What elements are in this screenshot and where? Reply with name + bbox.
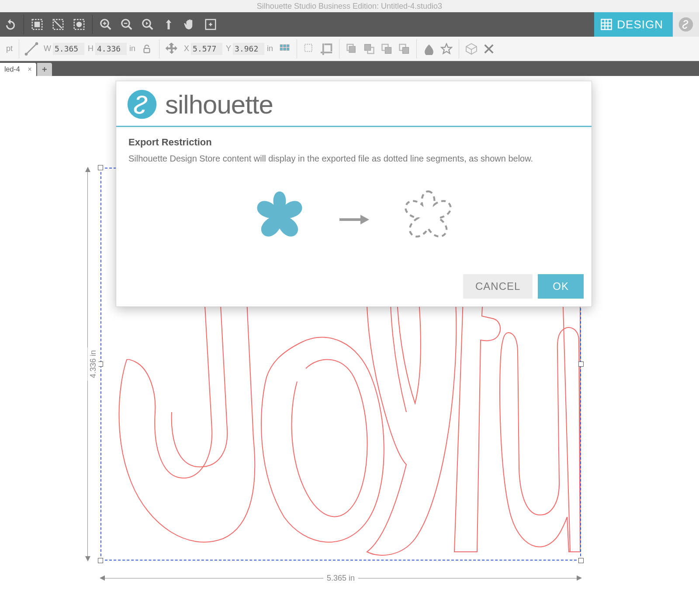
dialog-illustration: [116, 169, 592, 274]
svg-rect-34: [284, 48, 286, 50]
deselect-icon[interactable]: [48, 15, 68, 34]
zoom-out-icon[interactable]: [117, 15, 136, 34]
design-tab-button[interactable]: DESIGN: [594, 12, 673, 37]
dimension-horizontal-label: 5.365 in: [323, 573, 358, 584]
send-back-icon[interactable]: [395, 40, 413, 58]
svg-rect-35: [287, 48, 289, 50]
dialog-brand: silhouette: [116, 81, 592, 126]
dimension-horizontal: 5.365 in: [100, 569, 581, 587]
replicate-icon[interactable]: [301, 40, 318, 58]
dimension-vertical: 4.336 in: [76, 168, 98, 561]
flower-dashed-icon: [391, 182, 465, 257]
add-tab-button[interactable]: +: [37, 63, 52, 76]
crop-icon[interactable]: [318, 40, 336, 58]
arrow-right-icon: [339, 213, 369, 226]
export-restriction-dialog: silhouette Export Restriction Silhouette…: [116, 81, 592, 307]
close-tab-icon[interactable]: ×: [28, 65, 32, 73]
move-tool-icon[interactable]: [163, 40, 180, 58]
dialog-brand-text: silhouette: [165, 89, 273, 120]
ok-button[interactable]: OK: [538, 274, 584, 299]
send-backward-icon[interactable]: [378, 40, 395, 58]
design-tab-label: DESIGN: [617, 18, 663, 31]
dimension-vertical-label: 4.336 in: [88, 348, 99, 381]
3d-cube-icon[interactable]: [463, 40, 480, 58]
svg-rect-33: [280, 48, 282, 50]
cancel-button[interactable]: CANCEL: [463, 274, 533, 299]
svg-rect-29: [144, 48, 150, 52]
line-tool-icon[interactable]: [23, 40, 40, 58]
close-x-icon[interactable]: [480, 40, 498, 58]
svg-rect-1: [35, 22, 40, 28]
dialog-body-text: Silhouette Design Store content will dis…: [116, 152, 592, 169]
svg-rect-20: [602, 19, 612, 29]
svg-rect-32: [287, 45, 289, 47]
xy-unit: in: [267, 44, 273, 53]
width-input[interactable]: [53, 43, 84, 55]
svg-line-11: [128, 26, 132, 30]
height-label: H: [88, 44, 93, 53]
x-label: X: [184, 44, 189, 53]
svg-marker-15: [146, 22, 148, 25]
resize-handle-br[interactable]: [578, 558, 584, 563]
lock-aspect-icon[interactable]: [138, 40, 156, 58]
properties-toolbar: pt W H in X Y in: [0, 37, 699, 61]
star-tool-icon[interactable]: [438, 40, 455, 58]
resize-handle-bl[interactable]: [98, 558, 103, 563]
svg-rect-36: [305, 44, 312, 51]
resize-handle-ml[interactable]: [98, 361, 103, 367]
svg-rect-30: [280, 45, 282, 47]
svg-point-27: [25, 53, 27, 55]
flower-filled-icon: [242, 182, 317, 257]
zoom-selection-icon[interactable]: [138, 15, 157, 34]
wh-unit: in: [129, 44, 135, 53]
x-input[interactable]: [191, 43, 222, 55]
height-input[interactable]: [95, 43, 127, 55]
svg-line-3: [54, 21, 62, 28]
svg-marker-45: [441, 44, 451, 53]
resize-handle-tl[interactable]: [98, 165, 103, 170]
svg-line-26: [26, 44, 37, 54]
svg-line-7: [107, 26, 111, 30]
svg-rect-31: [284, 45, 286, 47]
refresh-icon[interactable]: [1, 15, 20, 34]
grid-icon: [600, 18, 612, 31]
align-panel-icon[interactable]: [276, 40, 293, 58]
palette-select-icon[interactable]: [69, 15, 89, 34]
dialog-title: Export Restriction: [116, 127, 592, 152]
y-label: Y: [226, 44, 231, 53]
zoom-in-icon[interactable]: [96, 15, 115, 34]
store-tab-icon[interactable]: [673, 12, 699, 37]
svg-rect-44: [403, 47, 409, 53]
zoom-drag-icon[interactable]: [159, 15, 178, 34]
line-weight-unit: pt: [6, 44, 13, 53]
y-input[interactable]: [233, 43, 264, 55]
fit-page-icon[interactable]: [201, 15, 220, 34]
svg-point-28: [35, 42, 38, 45]
resize-handle-mr[interactable]: [578, 361, 584, 367]
main-toolbar: DESIGN: [0, 12, 699, 37]
bring-front-icon[interactable]: [343, 40, 360, 58]
select-all-icon[interactable]: [28, 15, 47, 34]
silhouette-logo-icon: [127, 89, 157, 120]
fill-tool-icon[interactable]: [420, 40, 438, 58]
svg-rect-37: [349, 46, 355, 52]
document-tab-label: led-4: [4, 65, 20, 73]
document-tab[interactable]: led-4 ×: [0, 63, 36, 76]
window-title: Silhouette Studio Business Edition: Unti…: [0, 0, 699, 12]
pan-hand-icon[interactable]: [180, 15, 199, 34]
width-label: W: [44, 44, 51, 53]
svg-marker-50: [360, 215, 369, 224]
svg-marker-16: [166, 20, 172, 30]
svg-point-5: [76, 22, 82, 28]
document-tab-bar: led-4 × +: [0, 61, 699, 76]
svg-line-14: [149, 26, 153, 30]
bring-forward-icon[interactable]: [360, 40, 378, 58]
